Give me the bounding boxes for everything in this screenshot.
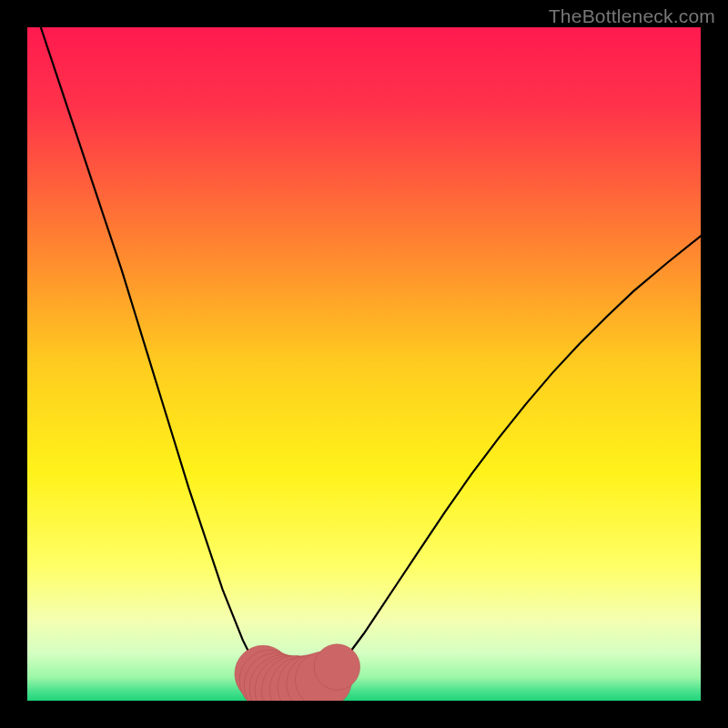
watermark-text: TheBottleneck.com	[549, 5, 715, 27]
plot-area	[27, 27, 701, 701]
chart-svg	[27, 27, 701, 701]
marker-dot	[314, 644, 359, 690]
chart-frame: TheBottleneck.com	[0, 0, 728, 728]
gradient-background	[27, 27, 701, 701]
